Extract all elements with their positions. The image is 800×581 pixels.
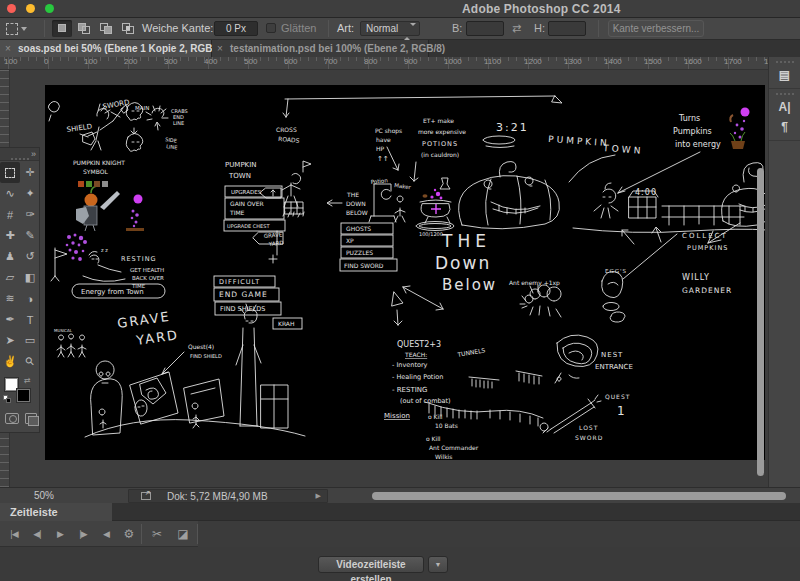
intersect-selection-icon	[126, 26, 130, 30]
timeline-type-dropdown[interactable]: ▼	[428, 556, 448, 573]
eyedropper-tool[interactable]: ✑	[20, 204, 40, 225]
panel-grip[interactable]	[11, 158, 29, 160]
swap-colors-icon[interactable]: ⇄	[24, 376, 31, 385]
height-input[interactable]	[548, 21, 586, 36]
style-select[interactable]: Normal	[360, 21, 420, 36]
timeline-controls: |◀◀|▶|▶◀⚙✂◪	[0, 521, 800, 547]
rectangular-marquee-tool[interactable]	[0, 162, 20, 183]
scissors-button[interactable]: ✂	[147, 521, 167, 547]
quick-mask-button[interactable]	[5, 413, 19, 424]
sketch-label: NEST	[601, 351, 623, 359]
xp-gauge	[416, 222, 454, 231]
paragraph-panel-icon[interactable]: ¶	[769, 117, 800, 137]
tool-palette: » ✛∿✦#✑✚✎♟↺▱◧≋◑✒T➤▭✌⚲ ⇄	[0, 147, 40, 433]
sketch-label: MUSICAL	[54, 328, 73, 333]
intersect-selection-button[interactable]	[118, 20, 138, 37]
spot-healing-tool[interactable]: ✚	[0, 225, 20, 246]
refine-edge-button[interactable]: Kante verbessern...	[608, 20, 704, 37]
sketch-label: Quest(4)	[188, 343, 214, 350]
clone-stamp-tool[interactable]: ♟	[0, 246, 20, 267]
sketch-label: Ant enemy +1xp	[509, 279, 560, 287]
brush-tool[interactable]: ✎	[20, 225, 40, 246]
sketch-label: TUNNELS	[456, 346, 486, 358]
document-tab-soas[interactable]: × soas.psd bei 50% (Ebene 1 Kopie 2, RGB…	[0, 40, 212, 57]
panel-grip[interactable]	[776, 61, 794, 63]
sketch-label: z z	[101, 247, 108, 253]
timeline-panel: Zeitleiste |◀◀|▶|▶◀⚙✂◪ Videozeitleiste e…	[0, 503, 800, 581]
transition-button[interactable]: ◪	[173, 521, 193, 547]
close-tab-icon[interactable]: ×	[5, 40, 11, 57]
gradient-tool[interactable]: ◧	[20, 267, 40, 288]
blur-tool[interactable]: ≋	[0, 288, 20, 309]
document-canvas[interactable]: SWORDSHIELDMAINCRABSENDLINESIDELINEPUMPK…	[45, 85, 765, 460]
sketch-label: TIME	[229, 209, 245, 216]
close-tab-icon[interactable]: ×	[217, 40, 223, 57]
panel-icon[interactable]: ▤	[769, 65, 800, 85]
panel-grip[interactable]	[776, 93, 794, 95]
character-panel-icon[interactable]: A|	[769, 97, 800, 117]
collapse-panel-icon[interactable]: »	[31, 149, 36, 159]
sketch-label: PC shops	[375, 127, 402, 135]
ruler-number: 100	[84, 57, 97, 66]
doodle-topleft	[48, 101, 59, 121]
ruler-number: 1000	[444, 57, 462, 66]
ruler-number: 900	[404, 57, 417, 66]
screen-mode-button[interactable]	[25, 413, 37, 424]
magic-wand-tool[interactable]: ✦	[20, 183, 40, 204]
feather-input[interactable]: 0 Px	[214, 21, 258, 36]
ruler-number: 1600	[684, 57, 702, 66]
vertical-scrollbar[interactable]	[757, 168, 764, 476]
dodge-tool[interactable]: ◑	[20, 288, 40, 309]
share-icon[interactable]	[141, 492, 151, 500]
sketch-label: Pumpkins	[673, 127, 712, 136]
style-value: Normal	[366, 23, 398, 34]
magic-dot	[78, 257, 82, 261]
first-frame-button[interactable]: |◀	[4, 521, 24, 547]
sketch-label: QUEST	[605, 393, 630, 400]
default-colors-icon[interactable]	[3, 395, 12, 404]
prev-frame-button[interactable]: ◀|	[27, 521, 47, 547]
horizontal-ruler[interactable]: 1000100200300400500600700800900100011001…	[0, 57, 800, 70]
crop-tool[interactable]: #	[0, 204, 20, 225]
cauldron-sketch	[420, 178, 451, 223]
antialias-checkbox[interactable]	[266, 23, 276, 33]
document-tab-testanimation[interactable]: × testanimation.psd bei 100% (Ebene 2, R…	[212, 40, 429, 57]
background-color-swatch[interactable]	[17, 389, 30, 402]
next-frame-button[interactable]: |▶	[73, 521, 93, 547]
pen-tool[interactable]: ✒	[0, 309, 20, 330]
close-window-button[interactable]	[7, 4, 16, 13]
sketch-label: QUEST2+3	[397, 340, 441, 349]
settings-button[interactable]: ⚙	[119, 521, 139, 547]
minimize-window-button[interactable]	[26, 4, 35, 13]
zoom-level-field[interactable]: 50%	[34, 490, 54, 501]
width-input[interactable]	[466, 21, 504, 36]
swap-dimensions-icon[interactable]: ⇄	[512, 22, 521, 35]
type-tool[interactable]: T	[20, 309, 40, 330]
sketch-label: Down	[435, 253, 491, 273]
path-selection-tool[interactable]: ➤	[0, 330, 20, 351]
horizontal-scrollbar[interactable]	[372, 492, 786, 500]
sketch-label: Wilkis	[435, 453, 452, 460]
collect-arrows	[622, 227, 661, 244]
move-tool[interactable]: ✛	[20, 162, 40, 183]
new-selection-button[interactable]	[52, 20, 72, 37]
magic-dot	[134, 195, 143, 204]
pcshops-arrow	[387, 147, 399, 170]
create-video-timeline-button[interactable]: Videozeitleiste erstellen	[318, 556, 424, 573]
history-brush-tool[interactable]: ↺	[20, 246, 40, 267]
add-to-selection-button[interactable]	[74, 20, 94, 37]
sketch-label: TEACH:	[404, 351, 427, 358]
magic-dot	[132, 210, 135, 213]
tool-preset-picker[interactable]	[6, 21, 40, 37]
timeline-tab[interactable]: Zeitleiste	[0, 503, 112, 521]
audio-button[interactable]: ◀	[96, 521, 116, 547]
subtract-from-selection-button[interactable]	[96, 20, 116, 37]
play-button[interactable]: ▶	[50, 521, 70, 547]
maximize-window-button[interactable]	[45, 4, 54, 13]
color-chip	[86, 181, 92, 187]
eraser-tool[interactable]: ▱	[0, 267, 20, 288]
sketch-label: SWORD	[102, 98, 130, 111]
timeline-tabrow: Zeitleiste	[0, 503, 800, 521]
lasso-tool[interactable]: ∿	[0, 183, 20, 204]
status-expand-icon[interactable]: ▶	[316, 492, 321, 500]
